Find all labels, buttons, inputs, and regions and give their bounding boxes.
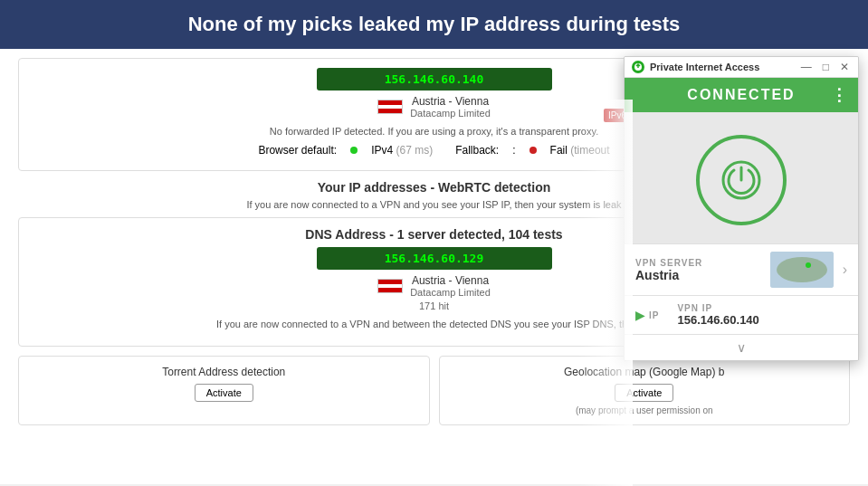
- svg-point-5: [806, 262, 811, 268]
- geolocation-activate-button[interactable]: Activate: [615, 384, 673, 402]
- maximize-button[interactable]: □: [821, 61, 831, 73]
- vpn-ip-section: VPN IP 156.146.60.140: [677, 303, 758, 327]
- geolocation-card: Geolocation map (Google Map) b Activate …: [439, 356, 851, 425]
- pia-server-row[interactable]: VPN SERVER Austria ›: [625, 243, 858, 295]
- minimize-button[interactable]: —: [799, 61, 814, 73]
- connected-status: CONNECTED: [687, 87, 795, 103]
- ipv4-label: IPv4 (67 ms): [371, 144, 433, 157]
- datacamp-label-2: Datacamp Limited: [410, 287, 491, 298]
- pia-titlebar: Private Internet Access — □ ✕: [625, 57, 858, 78]
- geolocation-note: (may prompt a user permission on: [449, 405, 841, 415]
- pia-connected-bar[interactable]: CONNECTED ⋮: [625, 78, 858, 112]
- pia-power-area: [625, 112, 858, 243]
- server-name: Austria: [635, 268, 761, 282]
- pia-app-icon: [632, 61, 644, 73]
- austria-flag-1: [377, 100, 403, 114]
- pia-expand-button[interactable]: ∨: [625, 334, 858, 360]
- location-name-2: Austria - Vienna: [410, 274, 491, 287]
- ip-section: ▶ IP: [635, 308, 659, 322]
- pia-more-button[interactable]: ⋮: [831, 85, 849, 105]
- location-name-1: Austria - Vienna: [410, 95, 491, 108]
- chevron-down-icon: ∨: [737, 340, 746, 355]
- ip-arrow-icon: ▶: [635, 308, 645, 322]
- fail-dot: [529, 147, 537, 154]
- ipv4-dot: [350, 147, 358, 154]
- pia-window-controls: — □ ✕: [799, 61, 851, 73]
- austria-flag-2: [377, 279, 403, 293]
- browser-default-label: Browser default:: [258, 144, 337, 157]
- torrent-activate-button[interactable]: Activate: [195, 384, 253, 402]
- geolocation-title: Geolocation map (Google Map) b: [449, 366, 841, 378]
- main-content: 156.146.60.140 Austria - Vienna Datacamp…: [0, 49, 868, 484]
- torrent-title: Torrent Address detection: [28, 366, 420, 378]
- fallback-label: Fallback:: [455, 144, 499, 157]
- fail-label: Fail (timeout: [550, 144, 610, 157]
- pia-ip-row: ▶ IP VPN IP 156.146.60.140: [625, 295, 858, 334]
- vpn-ip-value: 156.146.60.140: [677, 313, 758, 327]
- server-map: [770, 252, 834, 288]
- ip-label: IP: [649, 310, 659, 320]
- pia-window: Private Internet Access — □ ✕ CONNECTED …: [624, 56, 859, 361]
- header-banner: None of my picks leaked my IP address du…: [0, 0, 868, 49]
- pia-power-button[interactable]: [696, 135, 787, 225]
- vpn-ip-label: VPN IP: [677, 303, 758, 313]
- power-icon: [721, 160, 761, 200]
- ip-address-box-2: 156.146.60.129: [317, 247, 552, 270]
- server-label: VPN SERVER: [635, 258, 761, 268]
- bottom-cards: Torrent Address detection Activate Geolo…: [18, 356, 850, 425]
- torrent-card: Torrent Address detection Activate: [18, 356, 430, 425]
- ip-address-box-1: 156.146.60.140: [317, 68, 552, 91]
- pia-server-info: VPN SERVER Austria: [635, 258, 761, 282]
- pia-app-title: Private Internet Access: [650, 62, 799, 72]
- server-chevron-right-icon: ›: [843, 262, 847, 278]
- header-title: None of my picks leaked my IP address du…: [188, 13, 681, 35]
- datacamp-label-1: Datacamp Limited: [410, 108, 491, 119]
- close-button[interactable]: ✕: [838, 61, 851, 73]
- svg-point-4: [777, 257, 827, 282]
